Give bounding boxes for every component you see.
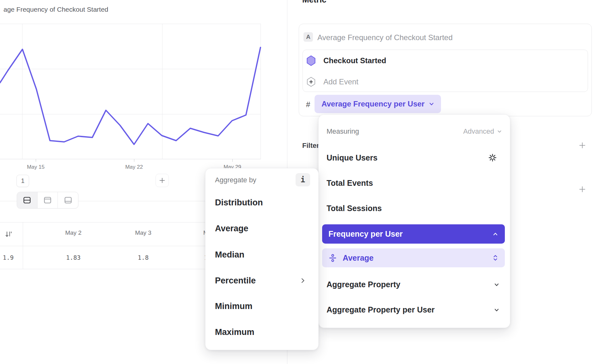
layout-top-bar-button[interactable] [38,192,58,208]
metric-title[interactable]: Average Frequency of Checkout Started [317,33,453,42]
measuring-menu-header: Measuring [327,127,359,136]
chart-title: age Frequency of Checkout Started [3,6,108,13]
menu-item-unique-users[interactable]: Unique Users [327,153,377,162]
up-down-chevrons-icon [492,254,499,262]
metric-section-heading: Metric [302,0,327,5]
menu-item-aggregate-property-per-user[interactable]: Aggregate Property per User [327,305,435,314]
chevron-down-icon [493,281,500,289]
aggregate-by-menu: Aggregate by i Distribution Average Medi… [205,168,319,350]
measuring-mode-dropdown[interactable]: Advanced [463,127,502,136]
measuring-menu: Measuring Advanced Unique Users Total Ev… [318,114,510,328]
table-header-may-3[interactable]: May 3 [124,229,162,236]
info-glyph: i [301,175,305,184]
table-sort-button[interactable] [4,230,13,240]
measure-hash-prefix: # [306,100,310,109]
add-event-button[interactable]: Add Event [323,77,358,86]
menu-item-frequency-per-user[interactable]: Frequency per User [322,224,505,244]
menu-item-distribution[interactable]: Distribution [215,198,263,208]
layout-bottom-bar-button[interactable] [58,192,78,208]
table-cell-col0: 1.9 [0,254,27,261]
layout-bottom-bar-icon [64,196,72,204]
layout-split-rows-button[interactable] [17,192,38,208]
chevron-down-icon [493,306,500,315]
menu-item-minimum[interactable]: Minimum [215,301,253,311]
table-cell-may-3: 1.8 [124,254,162,261]
event-name[interactable]: Checkout Started [323,56,386,65]
panel-layout-toggle [17,192,78,209]
chevron-up-icon [492,231,499,237]
plus-icon [579,185,586,193]
menu-item-median[interactable]: Median [215,250,244,260]
menu-item-total-events[interactable]: Total Events [327,179,373,188]
frequency-aggregation-selector[interactable]: Average [322,248,505,267]
measure-dropdown-label: Average Frequency per User [321,100,425,108]
measure-dropdown[interactable]: Average Frequency per User [315,95,441,113]
line-chart[interactable] [0,24,261,163]
add-annotation-button[interactable] [156,174,169,187]
x-tick-may-15: May 15 [21,164,50,170]
menu-item-total-sessions[interactable]: Total Sessions [327,204,382,213]
metric-label-badge: A [303,32,313,42]
add-filter-button[interactable] [578,141,587,150]
plus-icon [579,142,586,149]
layout-split-rows-icon [23,196,31,204]
menu-item-average[interactable]: Average [215,224,248,234]
divide-icon [328,254,337,262]
add-item-button[interactable] [578,185,587,194]
sort-icon [4,230,13,238]
menu-item-percentile[interactable]: Percentile [215,276,256,286]
chevron-down-icon [428,101,435,107]
table-cell-may-2: 1.83 [54,254,92,261]
selected-item-label: Frequency per User [328,229,403,239]
event-hexagon-icon [306,55,316,67]
frequency-aggregation-label: Average [343,253,374,263]
granularity-button[interactable]: 1 [16,175,29,187]
menu-item-aggregate-property[interactable]: Aggregate Property [327,280,400,289]
add-event-icon [307,77,315,88]
granularity-value: 1 [21,177,24,185]
app-window: age Frequency of Checkout Started May 15… [0,0,600,364]
info-icon[interactable]: i [296,173,310,186]
layout-top-bar-icon [43,196,52,204]
x-tick-may-22: May 22 [120,164,148,170]
measuring-mode-label: Advanced [463,127,494,136]
gear-icon[interactable] [488,153,497,163]
table-header-may-2[interactable]: May 2 [54,229,92,236]
series-checkout-started [0,47,260,144]
table-column-divider [23,222,23,269]
chevron-right-icon [299,277,307,286]
plus-icon [159,177,166,184]
chevron-down-icon [497,129,502,134]
aggregate-menu-header: Aggregate by [215,176,256,184]
menu-item-maximum[interactable]: Maximum [215,327,254,337]
